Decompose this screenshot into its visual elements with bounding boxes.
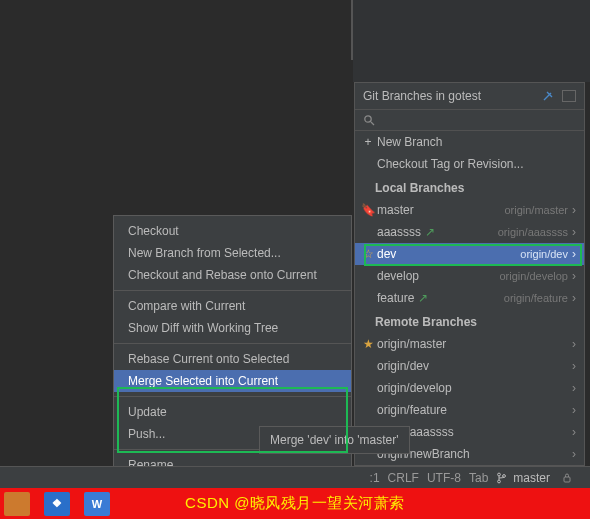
taskbar-app-2[interactable]: ❖ (44, 492, 70, 516)
ahead-icon: ↗ (418, 291, 428, 305)
branch-name: feature↗ (377, 291, 504, 305)
ctx-compare-with-current[interactable]: Compare with Current (114, 295, 351, 317)
tracking-branch: origin/dev (520, 248, 568, 260)
taskbar-app-1[interactable] (4, 492, 30, 516)
star-icon: ☆ (361, 247, 375, 261)
tracking-branch: origin/develop (500, 270, 569, 282)
status-git-branch[interactable]: master (496, 471, 554, 485)
svg-point-3 (498, 480, 501, 483)
chevron-right-icon: › (572, 425, 576, 439)
remote-branches-header: Remote Branches (355, 309, 584, 333)
chevron-right-icon: › (572, 447, 576, 461)
status-branch-name: master (513, 471, 550, 485)
chevron-right-icon: › (572, 225, 576, 239)
ctx-checkout-and-rebase-onto-current[interactable]: Checkout and Rebase onto Current (114, 264, 351, 286)
branch-name: origin/develop (377, 381, 572, 395)
branch-search[interactable] (355, 110, 584, 131)
popup-header: Git Branches in gotest (355, 83, 584, 110)
branch-name: origin/feature (377, 403, 572, 417)
search-icon (363, 114, 375, 126)
status-col[interactable]: :1 (370, 471, 380, 485)
svg-line-1 (371, 122, 374, 125)
status-linesep[interactable]: CRLF (388, 471, 419, 485)
pin-icon[interactable] (542, 90, 556, 102)
svg-point-2 (498, 473, 501, 476)
remote-branch-origin-master[interactable]: ★origin/master› (355, 333, 584, 355)
tracking-branch: origin/aaassss (498, 226, 568, 238)
ctx-merge-selected-into-current[interactable]: Merge Selected into Current (114, 370, 351, 392)
svg-point-4 (503, 474, 506, 477)
ctx-new-branch-from-selected[interactable]: New Branch from Selected... (114, 242, 351, 264)
remote-branch-origin-develop[interactable]: origin/develop› (355, 377, 584, 399)
local-branch-aaassss[interactable]: aaassss↗origin/aaassss› (355, 221, 584, 243)
local-branch-master[interactable]: 🔖masterorigin/master› (355, 199, 584, 221)
remote-branch-origin-feature[interactable]: origin/feature› (355, 399, 584, 421)
local-branch-feature[interactable]: feature↗origin/feature› (355, 287, 584, 309)
branch-name: origin/dev (377, 359, 572, 373)
chevron-right-icon: › (572, 337, 576, 351)
checkout-tag-label: Checkout Tag or Revision... (377, 157, 576, 171)
branch-name: origin/master (377, 337, 572, 351)
local-branch-dev[interactable]: ☆devorigin/dev› (355, 243, 584, 265)
ctx-checkout[interactable]: Checkout (114, 220, 351, 242)
merge-tooltip: Merge 'dev' into 'master' (259, 426, 410, 454)
ahead-icon: ↗ (425, 225, 435, 239)
ctx-rebase-current-onto-selected[interactable]: Rebase Current onto Selected (114, 348, 351, 370)
checkout-tag-item[interactable]: Checkout Tag or Revision... (355, 153, 584, 175)
svg-point-0 (365, 116, 371, 122)
star-icon: ★ (361, 337, 375, 351)
menu-separator (114, 343, 351, 344)
git-branches-popup: Git Branches in gotest + New Branch Chec… (354, 82, 585, 466)
new-branch-label: New Branch (377, 135, 576, 149)
branch-icon (496, 472, 506, 484)
tracking-branch: origin/master (504, 204, 568, 216)
new-branch-item[interactable]: + New Branch (355, 131, 584, 153)
chevron-right-icon: › (572, 291, 576, 305)
chevron-right-icon: › (572, 269, 576, 283)
menu-separator (114, 396, 351, 397)
tag-icon: 🔖 (361, 203, 375, 217)
branch-name: dev (377, 247, 520, 261)
branch-name: develop (377, 269, 500, 283)
editor-pane-left (0, 0, 351, 82)
settings-icon[interactable] (562, 90, 576, 102)
chevron-right-icon: › (572, 203, 576, 217)
ctx-update[interactable]: Update (114, 401, 351, 423)
chevron-right-icon: › (572, 359, 576, 373)
branch-context-menu: CheckoutNew Branch from Selected...Check… (113, 215, 352, 503)
ctx-show-diff-with-working-tree[interactable]: Show Diff with Working Tree (114, 317, 351, 339)
menu-separator (114, 290, 351, 291)
svg-rect-5 (564, 477, 570, 482)
status-encoding[interactable]: UTF-8 (427, 471, 461, 485)
status-bar: :1 CRLF UTF-8 Tab master (0, 466, 590, 488)
local-branches-header: Local Branches (355, 175, 584, 199)
status-indent[interactable]: Tab (469, 471, 488, 485)
chevron-right-icon: › (572, 381, 576, 395)
chevron-right-icon: › (572, 247, 576, 261)
taskbar-app-3[interactable]: W (84, 492, 110, 516)
tracking-branch: origin/feature (504, 292, 568, 304)
branch-name: aaassss↗ (377, 225, 498, 239)
chevron-right-icon: › (572, 403, 576, 417)
os-taskbar: ❖ W (0, 488, 110, 519)
editor-pane-right (353, 0, 590, 82)
local-branch-develop[interactable]: developorigin/develop› (355, 265, 584, 287)
remote-branch-origin-dev[interactable]: origin/dev› (355, 355, 584, 377)
branch-name: master (377, 203, 504, 217)
lock-icon[interactable] (562, 472, 572, 483)
plus-icon: + (361, 135, 375, 149)
popup-title: Git Branches in gotest (363, 89, 542, 103)
